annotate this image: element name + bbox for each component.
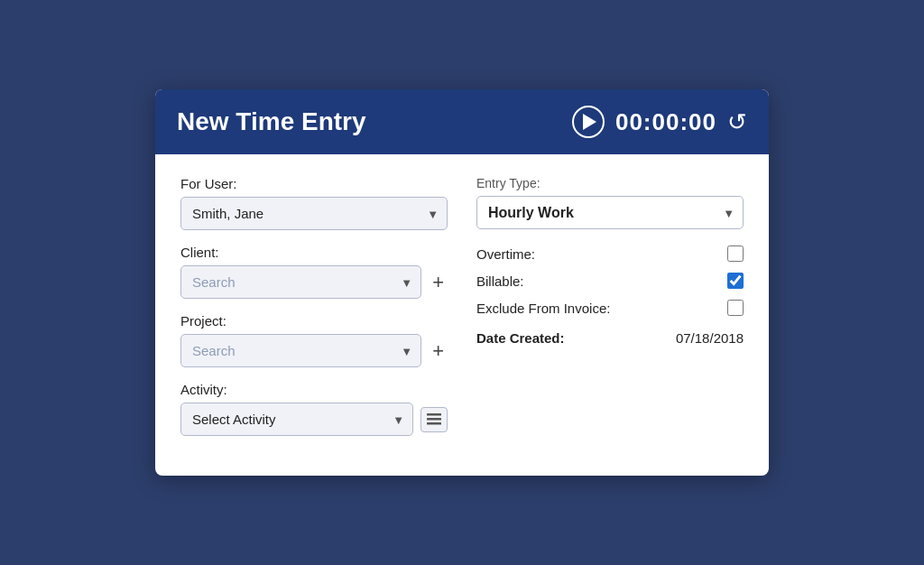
exclude-invoice-checkbox[interactable] [727, 300, 744, 316]
activity-label: Activity: [180, 382, 448, 397]
project-row: Search ▼ + [180, 334, 448, 367]
client-label: Client: [180, 245, 448, 260]
exclude-invoice-label: Exclude From Invoice: [476, 301, 610, 316]
client-select[interactable]: Search [180, 265, 421, 299]
timer-area: 00:00:00 ↺ [572, 106, 747, 138]
entry-type-select[interactable]: Hourly Work [476, 196, 744, 229]
overtime-label: Overtime: [476, 246, 535, 262]
dialog-title: New Time Entry [177, 107, 366, 136]
new-time-entry-dialog: New Time Entry 00:00:00 ↺ For User: Smit… [155, 89, 769, 476]
reset-button[interactable]: ↺ [727, 108, 747, 136]
billable-checkbox[interactable] [727, 273, 744, 289]
entry-type-select-wrapper: Hourly Work ▼ [476, 196, 744, 229]
add-client-button[interactable]: + [429, 273, 448, 292]
svg-rect-2 [427, 422, 441, 425]
client-group: Client: Search ▼ + [180, 245, 448, 299]
for-user-select-wrapper: Smith, Jane ▼ [180, 197, 448, 230]
left-column: For User: Smith, Jane ▼ Client: Search [180, 176, 448, 450]
play-icon [583, 114, 596, 130]
entry-type-group: Entry Type: Hourly Work ▼ [476, 176, 744, 229]
project-group: Project: Search ▼ + [180, 313, 448, 367]
for-user-select[interactable]: Smith, Jane [180, 197, 448, 230]
activity-select[interactable]: Select Activity [180, 403, 413, 436]
add-project-button[interactable]: + [429, 341, 448, 361]
activity-list-button[interactable] [420, 407, 448, 432]
svg-rect-0 [427, 413, 441, 416]
billable-row: Billable: [476, 273, 744, 289]
project-select-wrapper: Search ▼ [180, 334, 421, 367]
activity-group: Activity: Select Activity ▼ [180, 382, 448, 436]
dialog-header: New Time Entry 00:00:00 ↺ [155, 89, 769, 154]
billable-label: Billable: [476, 273, 524, 289]
activity-row: Select Activity ▼ [180, 403, 448, 436]
list-grid-icon [427, 412, 441, 427]
for-user-group: For User: Smith, Jane ▼ [180, 176, 448, 230]
overtime-checkbox[interactable] [727, 245, 744, 262]
for-user-label: For User: [180, 176, 448, 191]
entry-type-label: Entry Type: [476, 176, 744, 190]
svg-rect-1 [427, 418, 441, 421]
project-label: Project: [180, 313, 448, 329]
project-select[interactable]: Search [180, 334, 421, 367]
date-created-value: 07/18/2018 [676, 330, 744, 346]
date-created-label: Date Created: [476, 330, 565, 346]
client-row: Search ▼ + [180, 265, 448, 299]
exclude-invoice-row: Exclude From Invoice: [476, 300, 744, 316]
play-button[interactable] [572, 106, 605, 138]
activity-select-wrapper: Select Activity ▼ [180, 403, 413, 436]
overtime-row: Overtime: [476, 245, 744, 262]
date-created-row: Date Created: 07/18/2018 [476, 330, 744, 346]
client-select-wrapper: Search ▼ [180, 265, 421, 299]
dialog-body: For User: Smith, Jane ▼ Client: Search [155, 154, 769, 476]
right-column: Entry Type: Hourly Work ▼ Overtime: Bill… [476, 176, 744, 450]
timer-display: 00:00:00 [615, 108, 716, 136]
